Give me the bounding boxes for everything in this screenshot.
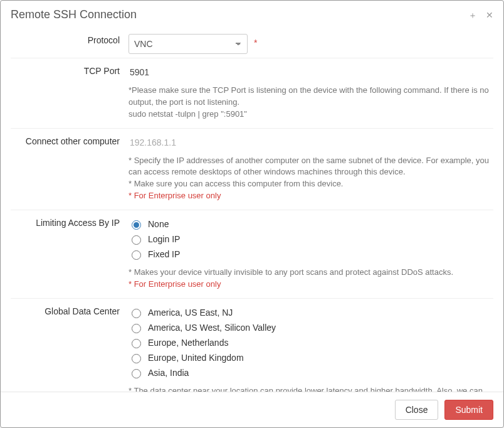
datacenter-radio-eu-uk[interactable] [132, 354, 141, 363]
limit-ip-radio-fixed[interactable] [132, 250, 141, 260]
datacenter-option-us-east[interactable]: America, US East, NJ [129, 305, 493, 320]
modal-title: Remote SSH Connection [11, 8, 137, 21]
datacenter-radio-eu-nl[interactable] [132, 339, 141, 348]
datacenter-option-eu-nl[interactable]: Europe, Netherlands [129, 335, 493, 350]
modal-body: Protocol VNC * TCP Port *Please make sur… [1, 28, 503, 392]
limit-ip-radio-none[interactable] [132, 220, 141, 230]
datacenter-option-asia-in-label: Asia, India [148, 368, 189, 378]
datacenter-option-eu-uk[interactable]: Europe, United Kingdom [129, 350, 493, 365]
datacenter-radio-us-east[interactable] [132, 309, 141, 318]
tcp-port-input[interactable] [129, 65, 454, 80]
datacenter-option-eu-nl-label: Europe, Netherlands [148, 338, 228, 348]
datacenter-help-line1: * The data center near your location can… [129, 385, 493, 392]
limit-ip-option-fixed[interactable]: Fixed IP [129, 247, 493, 262]
connect-other-input[interactable] [129, 135, 454, 150]
limit-ip-radio-login[interactable] [132, 235, 141, 245]
modal-footer: Close Submit [1, 392, 503, 427]
datacenter-help-pre: * The data center near your location can… [129, 386, 483, 392]
connect-other-help-enterprise: * For Enterprise user only [129, 190, 493, 202]
limit-ip-option-fixed-label: Fixed IP [148, 249, 180, 259]
limit-ip-option-none-label: None [148, 219, 169, 229]
connect-other-help-line1: * Specify the IP addresses of another co… [129, 155, 493, 179]
connect-other-help: * Specify the IP addresses of another co… [129, 154, 493, 206]
datacenter-radio-us-west[interactable] [132, 324, 141, 333]
remote-ssh-modal: Remote SSH Connection ＋ ✕ Protocol VNC *… [0, 0, 504, 428]
limit-ip-option-none[interactable]: None [129, 217, 493, 232]
protocol-select[interactable]: VNC [129, 34, 248, 54]
connect-other-help-line2: * Make sure you can access this computer… [129, 178, 493, 190]
datacenter-help: * The data center near your location can… [129, 384, 493, 392]
modal-header: Remote SSH Connection ＋ ✕ [1, 1, 503, 28]
datacenter-label: Global Data Center [11, 302, 129, 316]
submit-button[interactable]: Submit [444, 400, 493, 420]
datacenter-option-us-west[interactable]: America, US West, Silicon Valley [129, 320, 493, 335]
close-button[interactable]: Close [395, 400, 439, 420]
tcp-port-help-line2: sudo netstat -tulpn | grep ":5901" [129, 109, 493, 120]
limit-ip-label: Limiting Access By IP [11, 214, 129, 228]
protocol-label: Protocol [11, 31, 129, 45]
datacenter-option-us-east-label: America, US East, NJ [148, 308, 233, 318]
add-icon[interactable]: ＋ [468, 11, 477, 19]
limit-ip-option-login-label: Login IP [148, 234, 180, 244]
limit-ip-help-line1: * Makes your device virtually invisible … [129, 267, 493, 279]
limit-ip-help: * Makes your device virtually invisible … [129, 265, 493, 294]
header-controls: ＋ ✕ [468, 11, 493, 19]
close-icon[interactable]: ✕ [486, 11, 493, 19]
limit-ip-option-login[interactable]: Login IP [129, 232, 493, 247]
tcp-port-label: TCP Port [11, 62, 129, 76]
datacenter-option-asia-in[interactable]: Asia, India [129, 365, 493, 380]
datacenter-radio-asia-in[interactable] [132, 369, 141, 378]
tcp-port-help-line1: *Please make sure the TCP Port is listen… [129, 85, 493, 109]
limit-ip-help-enterprise: * For Enterprise user only [129, 279, 493, 291]
required-asterisk: * [254, 34, 257, 48]
datacenter-option-us-west-label: America, US West, Silicon Valley [148, 323, 276, 333]
connect-other-label: Connect other computer [11, 132, 129, 146]
datacenter-option-eu-uk-label: Europe, United Kingdom [148, 353, 244, 363]
tcp-port-help: *Please make sure the TCP Port is listen… [129, 83, 493, 124]
